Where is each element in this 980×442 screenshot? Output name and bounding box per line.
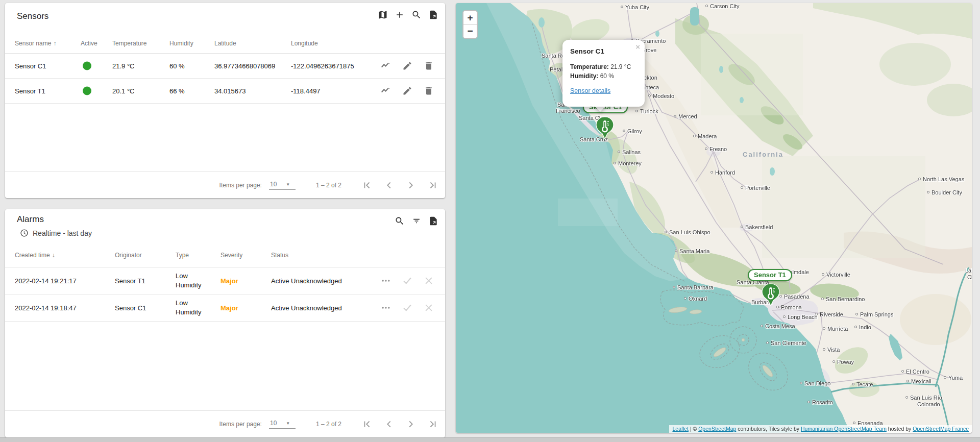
alarm-export-button[interactable] xyxy=(427,214,440,228)
sensor-row[interactable]: Sensor T120.1 °C66 %34.015673-118.4497 xyxy=(5,79,445,104)
alarms-toolbar xyxy=(393,214,440,228)
clear-button[interactable] xyxy=(422,301,436,315)
sensor-details-link[interactable]: Sensor details xyxy=(570,87,610,94)
city-dot xyxy=(710,171,713,174)
alarm-row[interactable]: 2022-02-14 19:18:47Sensor C1Low Humidity… xyxy=(5,294,445,322)
search-button[interactable] xyxy=(410,8,423,21)
sensor-pin-icon xyxy=(595,116,615,140)
attribution-link[interactable]: Humanitarian OpenStreetMap Team xyxy=(801,426,887,432)
more-button[interactable] xyxy=(379,301,393,315)
edit-button[interactable] xyxy=(400,84,414,98)
last-page-button[interactable] xyxy=(426,417,440,431)
sensor-popup: × Sensor C1 Temperature: 21.9 °C Humidit… xyxy=(562,40,645,107)
items-per-page-select[interactable]: 10 ▼ xyxy=(269,181,296,190)
next-page-button[interactable] xyxy=(404,417,418,431)
col-humidity[interactable]: Humidity xyxy=(169,40,193,47)
timeseries-chart-button[interactable] xyxy=(379,84,393,98)
col-latitude[interactable]: Latitude xyxy=(214,40,236,47)
clear-button[interactable] xyxy=(422,274,436,288)
pager-buttons xyxy=(360,178,440,192)
alarm-filter-button[interactable] xyxy=(410,214,423,228)
city-label: San Luis Obispo xyxy=(669,229,710,235)
prev-page-button[interactable] xyxy=(382,417,396,431)
city-dot xyxy=(766,341,769,344)
col-severity[interactable]: Severity xyxy=(220,252,242,259)
city-dot xyxy=(807,401,810,403)
alarms-title: Alarms xyxy=(17,214,44,225)
city-label: Riverside xyxy=(820,311,843,317)
col-sensor-name[interactable]: Sensor name↑ xyxy=(15,40,56,47)
city-label: Palm Springs xyxy=(860,311,893,317)
prev-page-button[interactable] xyxy=(382,178,396,192)
sort-desc-icon: ↓ xyxy=(52,252,55,259)
edit-button[interactable] xyxy=(400,59,414,73)
city-dot xyxy=(854,326,857,328)
alarm-search-button[interactable] xyxy=(393,214,406,228)
city-label: Hanford xyxy=(715,169,735,176)
clear-cross-icon xyxy=(424,276,434,286)
city-dot xyxy=(901,370,904,373)
col-active[interactable]: Active xyxy=(81,40,97,47)
add-entity-button[interactable] xyxy=(393,8,406,21)
map-viewport[interactable]: Yuba CityCarson CitySacramentoElk GroveS… xyxy=(456,3,972,433)
first-page-button[interactable] xyxy=(360,178,374,192)
map-widget: Yuba CityCarson CitySacramentoElk GroveS… xyxy=(456,3,972,433)
ack-button[interactable] xyxy=(400,301,414,315)
map-toggle-button[interactable] xyxy=(376,8,389,21)
last-page-button[interactable] xyxy=(426,178,440,192)
next-page-button[interactable] xyxy=(404,178,418,192)
city-label: Lake Havasu xyxy=(965,267,972,274)
zoom-out-button[interactable]: − xyxy=(463,24,477,38)
city-dot xyxy=(623,130,625,132)
sensor-tooltip: Sensor T1 xyxy=(748,269,792,281)
col-temperature[interactable]: Temperature xyxy=(112,40,146,47)
timeseries-chart-button[interactable] xyxy=(379,59,393,73)
city-dot xyxy=(927,191,929,193)
alarms-paginator: Items per page: 10 ▼ 1 – 2 of 2 xyxy=(5,410,445,437)
city-dot xyxy=(918,178,921,180)
delete-icon xyxy=(424,61,434,71)
horizontal-scrollbar[interactable] xyxy=(0,437,980,442)
alarms-time-window[interactable]: Realtime - last day xyxy=(20,229,92,237)
city-label: Poway xyxy=(837,359,854,365)
sensor-marker[interactable] xyxy=(595,116,615,140)
export-button[interactable] xyxy=(427,8,440,21)
delete-button[interactable] xyxy=(422,59,436,73)
col-created-time[interactable]: Created time↓ xyxy=(15,252,55,259)
alarm-row[interactable]: 2022-02-14 19:21:17Sensor T1Low Humidity… xyxy=(5,267,445,294)
cell-humidity: 66 % xyxy=(169,87,185,95)
popup-humidity: Humidity: 60 % xyxy=(570,71,637,81)
sensor-marker[interactable] xyxy=(761,283,781,307)
more-button[interactable] xyxy=(379,274,393,288)
cell-longitude: -118.4497 xyxy=(291,87,321,95)
attribution-link[interactable]: OpenStreetMap France xyxy=(913,426,969,432)
chevron-down-icon: ▼ xyxy=(286,182,290,187)
cell-severity: Major xyxy=(220,304,238,312)
city-label: Mexicali xyxy=(911,378,932,384)
city-label: Santa Barbara xyxy=(677,284,714,290)
row-actions xyxy=(379,79,436,103)
cell-humidity: 60 % xyxy=(169,62,185,70)
popup-close-icon[interactable]: × xyxy=(635,42,640,51)
map-tiles xyxy=(456,3,972,433)
attribution-link[interactable]: Leaflet xyxy=(672,426,689,432)
delete-button[interactable] xyxy=(422,84,436,98)
cell-type: Low Humidity xyxy=(176,299,207,316)
ack-button[interactable] xyxy=(400,274,414,288)
city-dot xyxy=(905,396,908,399)
col-longitude[interactable]: Longitude xyxy=(291,40,318,47)
items-per-page-select[interactable]: 10 ▼ xyxy=(269,420,296,429)
zoom-in-button[interactable]: + xyxy=(463,11,477,24)
col-status[interactable]: Status xyxy=(271,252,288,259)
active-status-dot xyxy=(83,62,91,70)
col-originator[interactable]: Originator xyxy=(115,252,142,259)
export-icon xyxy=(428,10,438,20)
col-type[interactable]: Type xyxy=(176,252,189,259)
first-page-button[interactable] xyxy=(360,417,374,431)
popup-title: Sensor C1 xyxy=(570,47,637,55)
sensors-widget: Sensors Sensor name↑ Active Temperature … xyxy=(5,3,445,198)
delete-icon xyxy=(424,86,434,96)
city-dot xyxy=(823,348,825,351)
attribution-link[interactable]: OpenStreetMap xyxy=(698,426,736,432)
sensor-row[interactable]: Sensor C121.9 °C60 %36.97734668078069-12… xyxy=(5,54,445,79)
